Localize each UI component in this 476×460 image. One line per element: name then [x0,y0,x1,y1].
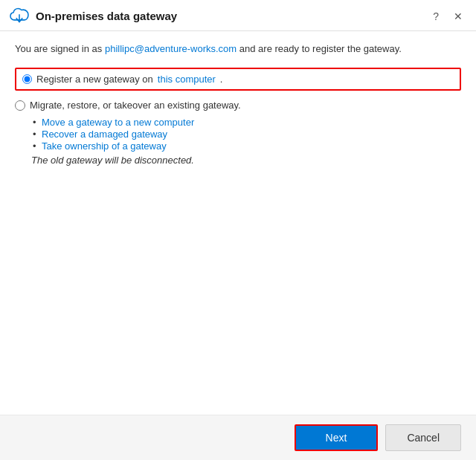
cloud-icon [9,6,30,26]
title-bar: On-premises data gateway ? ✕ [0,0,476,31]
signed-in-suffix: and are ready to register the gateway. [239,43,402,54]
option-1-label[interactable]: Register a new gateway on this computer. [36,74,222,85]
disconnect-text: The old gateway will be disconnected. [31,155,461,166]
title-left: On-premises data gateway [9,6,177,26]
option-2-radio[interactable] [15,100,25,111]
list-item: Take ownership of a gateway [31,140,461,152]
recover-gateway-link[interactable]: Recover a damaged gateway [42,129,167,140]
option-2-sub: Move a gateway to a new computer Recover… [15,114,461,166]
bullet-list: Move a gateway to a new computer Recover… [31,117,461,152]
take-ownership-link[interactable]: Take ownership of a gateway [42,140,167,152]
list-item: Recover a damaged gateway [31,129,461,140]
next-button[interactable]: Next [295,424,379,451]
this-computer-link[interactable]: this computer [158,74,216,85]
title-actions: ? ✕ [428,10,467,23]
option-2-item: Migrate, restore, or takeover an existin… [15,100,461,166]
cancel-button[interactable]: Cancel [385,424,461,451]
option-1-text-prefix: Register a new gateway on [36,74,153,85]
user-email: phillipc@adventure-works.com [105,43,237,54]
option-1-item: Register a new gateway on this computer. [15,68,461,91]
window-title: On-premises data gateway [36,10,177,22]
main-content: You are signed in as phillipc@adventure-… [0,31,476,415]
option-1-text-end: . [220,74,223,85]
option-1-radio[interactable] [22,74,32,84]
option-2-label[interactable]: Migrate, restore, or takeover an existin… [15,100,461,111]
option-2-text: Migrate, restore, or takeover an existin… [30,100,241,111]
footer: Next Cancel [0,415,476,460]
signed-in-prefix: You are signed in as [15,43,102,54]
options-group: Register a new gateway on this computer.… [15,68,461,166]
list-item: Move a gateway to a new computer [31,117,461,128]
signed-in-message: You are signed in as phillipc@adventure-… [15,43,461,54]
help-button[interactable]: ? [428,10,443,23]
option-1-box: Register a new gateway on this computer. [15,68,461,91]
close-button[interactable]: ✕ [449,10,467,23]
move-gateway-link[interactable]: Move a gateway to a new computer [42,117,194,128]
